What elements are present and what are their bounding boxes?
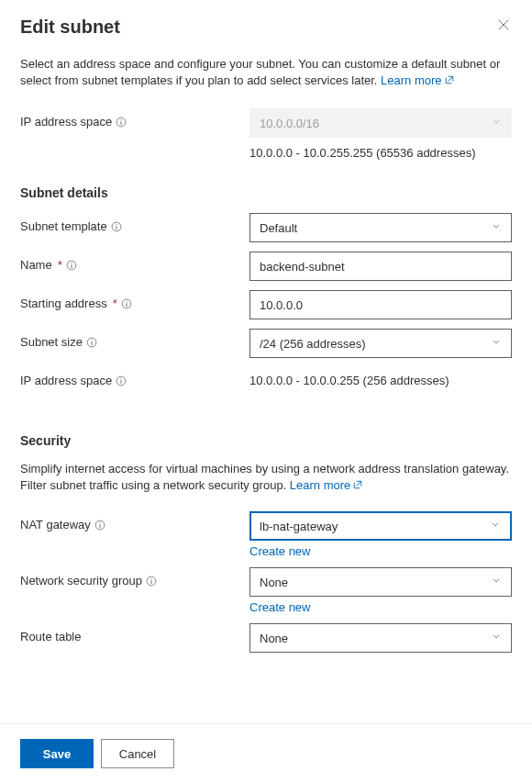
security-learn-more-label: Learn more <box>290 478 350 492</box>
starting-address-label: Starting address <box>20 296 107 310</box>
name-label: Name <box>20 258 52 272</box>
chevron-down-icon <box>491 337 502 351</box>
svg-point-22 <box>150 578 151 579</box>
svg-point-1 <box>121 119 122 120</box>
security-heading: Security <box>20 433 512 448</box>
ip-space-select: 10.0.0.0/16 <box>249 108 512 138</box>
svg-rect-20 <box>99 524 100 528</box>
svg-point-10 <box>126 301 127 302</box>
subnet-template-value: Default <box>260 221 297 235</box>
svg-rect-14 <box>91 341 92 345</box>
name-value: backend-subnet <box>260 260 345 274</box>
cancel-button[interactable]: Cancel <box>101 739 174 768</box>
svg-rect-17 <box>121 380 122 384</box>
computed-ip-label: IP address space <box>20 374 112 387</box>
ip-space-value: 10.0.0.0/16 <box>260 117 319 130</box>
security-intro-copy: Simplify internet access for virtual mac… <box>20 462 509 492</box>
nsg-label: Network security group <box>20 574 142 587</box>
nat-gateway-value: lb-nat-gateway <box>260 520 338 533</box>
starting-address-input[interactable]: 10.0.0.0 <box>249 290 512 319</box>
close-icon[interactable] <box>495 17 512 36</box>
route-table-label: Route table <box>20 630 82 643</box>
info-icon[interactable] <box>116 117 127 128</box>
svg-rect-8 <box>71 264 72 268</box>
learn-more-link[interactable]: Learn more <box>381 73 454 87</box>
save-button[interactable]: Save <box>20 739 94 768</box>
nat-gateway-select[interactable]: lb-nat-gateway <box>249 511 512 541</box>
nsg-select[interactable]: None <box>249 567 512 597</box>
info-icon[interactable] <box>121 298 132 309</box>
route-table-value: None <box>260 632 288 645</box>
info-icon[interactable] <box>66 260 77 271</box>
page-title: Edit subnet <box>20 17 120 38</box>
nsg-create-new-link[interactable]: Create new <box>249 600 310 614</box>
external-link-icon <box>444 73 455 90</box>
subnet-template-select[interactable]: Default <box>249 213 512 242</box>
chevron-down-icon <box>491 221 502 235</box>
svg-rect-23 <box>151 580 152 584</box>
svg-rect-2 <box>121 121 122 125</box>
svg-rect-5 <box>116 226 116 229</box>
subnet-size-value: /24 (256 addresses) <box>260 337 366 351</box>
svg-point-16 <box>121 378 122 379</box>
nat-gateway-label: NAT gateway <box>20 518 91 531</box>
learn-more-label: Learn more <box>381 73 441 87</box>
required-indicator: * <box>58 258 62 272</box>
chevron-down-icon <box>491 576 502 589</box>
info-icon[interactable] <box>146 576 157 587</box>
info-icon[interactable] <box>111 221 122 232</box>
route-table-select[interactable]: None <box>249 623 512 653</box>
starting-address-value: 10.0.0.0 <box>260 298 303 312</box>
required-indicator: * <box>113 296 117 310</box>
chevron-down-icon <box>491 117 502 130</box>
info-icon[interactable] <box>86 337 97 348</box>
subnet-details-heading: Subnet details <box>20 185 512 200</box>
info-icon[interactable] <box>116 375 127 386</box>
svg-rect-11 <box>126 303 127 307</box>
chevron-down-icon <box>490 520 501 533</box>
svg-point-13 <box>91 340 92 341</box>
svg-point-4 <box>116 224 116 225</box>
external-link-icon <box>352 478 363 495</box>
intro-text: Select an address space and configure yo… <box>20 56 512 90</box>
security-learn-more-link[interactable]: Learn more <box>290 478 363 492</box>
info-icon[interactable] <box>94 520 105 531</box>
nat-create-new-link[interactable]: Create new <box>249 544 310 558</box>
chevron-down-icon <box>491 632 502 645</box>
subnet-template-label: Subnet template <box>20 219 107 233</box>
subnet-size-select[interactable]: /24 (256 addresses) <box>249 329 512 358</box>
ip-space-label: IP address space <box>20 115 112 129</box>
svg-point-7 <box>71 263 72 263</box>
security-intro: Simplify internet access for virtual mac… <box>20 461 512 495</box>
ip-space-helper: 10.0.0.0 - 10.0.255.255 (65536 addresses… <box>249 145 512 165</box>
subnet-size-label: Subnet size <box>20 335 83 349</box>
nsg-value: None <box>260 576 288 589</box>
computed-ip-value: 10.0.0.0 - 10.0.0.255 (256 addresses) <box>249 367 512 387</box>
name-input[interactable]: backend-subnet <box>249 252 512 281</box>
svg-point-19 <box>99 522 100 523</box>
